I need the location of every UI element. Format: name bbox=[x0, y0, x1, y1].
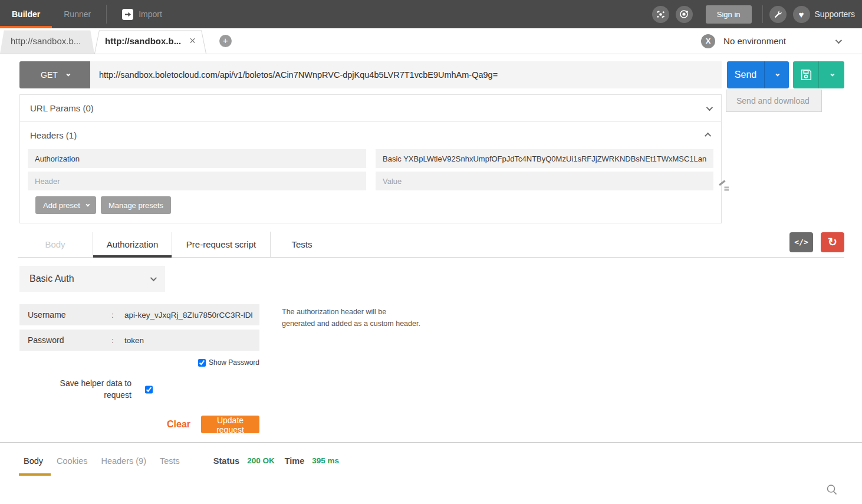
nav-runner-label: Runner bbox=[64, 9, 91, 19]
auth-helper-note: The authorization header will be generat… bbox=[259, 304, 420, 433]
header-value-input[interactable] bbox=[376, 172, 713, 190]
auth-fields: Username : Password : Show Password Save… bbox=[19, 304, 259, 433]
password-label: Password bbox=[19, 335, 111, 345]
chevron-down-icon bbox=[66, 72, 70, 76]
nav-tab-import[interactable]: Import bbox=[110, 0, 174, 28]
response-tab-body[interactable]: Body bbox=[24, 456, 43, 466]
nav-tab-runner[interactable]: Runner bbox=[52, 0, 103, 28]
editor-tab-icons: </> ↻ bbox=[789, 232, 844, 257]
nav-left: Builder Runner Import bbox=[0, 0, 174, 28]
username-row: Username : bbox=[19, 304, 259, 325]
clear-link[interactable]: Clear bbox=[167, 419, 190, 430]
floppy-disk-icon bbox=[800, 68, 812, 81]
request-editor-card: URL Params (0) Headers (1) Add preset Ma… bbox=[19, 94, 722, 223]
search-icon[interactable] bbox=[825, 483, 838, 499]
auth-actions: Clear Update request bbox=[167, 416, 259, 433]
save-helper-label: Save helper data to request bbox=[37, 377, 131, 401]
save-helper-row: Save helper data to request bbox=[19, 377, 259, 401]
save-split-button bbox=[793, 61, 844, 88]
supporters-link[interactable]: Supporters bbox=[815, 9, 855, 19]
tab-body[interactable]: Body bbox=[18, 232, 93, 257]
heart-icon[interactable]: ♥ bbox=[793, 6, 810, 23]
environment-selector[interactable]: X No environment bbox=[701, 28, 862, 54]
time-value: 395 ms bbox=[312, 456, 339, 465]
add-preset-button[interactable]: Add preset bbox=[35, 196, 96, 214]
request-tab-2[interactable]: http://sandbox.b... × bbox=[94, 28, 206, 54]
nav-import-label: Import bbox=[139, 9, 162, 19]
nav-tab-builder[interactable]: Builder bbox=[0, 0, 52, 28]
bulk-edit-icon[interactable] bbox=[718, 180, 731, 195]
generate-code-icon[interactable]: </> bbox=[789, 232, 813, 252]
tab-tests[interactable]: Tests bbox=[270, 232, 333, 257]
header-key-input[interactable] bbox=[28, 172, 366, 190]
request-tab-1[interactable]: http://sandbox.b... bbox=[0, 28, 94, 54]
chevron-down-icon[interactable] bbox=[835, 37, 842, 43]
response-tab-tests[interactable]: Tests bbox=[160, 456, 180, 466]
status-label: Status bbox=[213, 456, 239, 466]
manage-presets-button[interactable]: Manage presets bbox=[101, 196, 171, 214]
refresh-icon[interactable]: ↻ bbox=[821, 232, 844, 252]
password-field[interactable] bbox=[124, 336, 259, 345]
password-row: Password : bbox=[19, 330, 259, 351]
url-params-section-header[interactable]: URL Params (0) bbox=[20, 95, 721, 121]
nav-divider bbox=[106, 5, 107, 24]
time-label: Time bbox=[285, 456, 305, 466]
editor-tabs: Body Authorization Pre-request script Te… bbox=[18, 232, 844, 258]
send-button[interactable]: Send bbox=[727, 61, 764, 88]
header-row bbox=[28, 149, 713, 168]
response-tab-cookies[interactable]: Cookies bbox=[57, 456, 87, 466]
authorization-panel: Basic Auth Username : Password : Show Pa… bbox=[0, 266, 862, 433]
send-options-button[interactable] bbox=[764, 61, 789, 88]
show-password-label: Show Password bbox=[209, 358, 259, 367]
show-password-checkbox[interactable] bbox=[198, 359, 206, 367]
tab-pre-request-script[interactable]: Pre-request script bbox=[172, 232, 270, 257]
show-password-row: Show Password bbox=[19, 358, 259, 367]
interceptor-icon[interactable] bbox=[676, 6, 693, 23]
chevron-down-icon bbox=[85, 202, 90, 206]
headers-section-header[interactable]: Headers (1) bbox=[20, 121, 721, 148]
proxy-icon[interactable] bbox=[652, 6, 669, 23]
import-icon bbox=[122, 9, 133, 20]
update-request-button[interactable]: Update request bbox=[201, 416, 259, 433]
chevron-down-icon bbox=[775, 72, 779, 76]
chevron-down-icon[interactable] bbox=[706, 104, 713, 110]
chevron-down-icon bbox=[150, 275, 157, 281]
save-options-button[interactable] bbox=[818, 61, 844, 88]
chevron-down-icon bbox=[830, 72, 834, 76]
url-params-title: URL Params (0) bbox=[30, 103, 94, 113]
response-bar: Body Cookies Headers (9) Tests Status 20… bbox=[0, 442, 862, 479]
header-row-empty bbox=[28, 172, 713, 190]
save-helper-checkbox[interactable] bbox=[145, 378, 153, 401]
headers-title: Headers (1) bbox=[30, 130, 77, 140]
new-tab-button[interactable]: + bbox=[219, 35, 232, 47]
status-badge: 200 OK bbox=[247, 456, 275, 465]
send-split-button: Send bbox=[727, 61, 789, 88]
app-window: Builder Runner Import bbox=[0, 0, 862, 504]
wrench-icon[interactable] bbox=[769, 6, 787, 23]
method-select[interactable]: GET bbox=[19, 61, 90, 88]
preset-buttons: Add preset Manage presets bbox=[35, 196, 713, 214]
close-tab-icon[interactable]: × bbox=[189, 35, 196, 47]
response-status: Status 200 OK Time 395 ms bbox=[213, 456, 339, 466]
request-tab-bar: http://sandbox.b... http://sandbox.b... … bbox=[0, 28, 862, 54]
send-and-download-menu-item[interactable]: Send and download bbox=[726, 90, 822, 112]
nav-builder-label: Builder bbox=[12, 9, 40, 19]
environment-quicklook-icon[interactable]: X bbox=[701, 34, 715, 48]
username-label: Username bbox=[19, 310, 111, 319]
request-tab-1-label: http://sandbox.b... bbox=[11, 36, 81, 46]
response-tab-headers[interactable]: Headers (9) bbox=[101, 456, 146, 466]
request-tab-2-label: http://sandbox.b... bbox=[105, 36, 181, 46]
headers-editor: Add preset Manage presets bbox=[20, 148, 721, 214]
chevron-up-icon[interactable] bbox=[705, 133, 711, 139]
tab-authorization[interactable]: Authorization bbox=[93, 232, 172, 257]
nav-right: Sign in ♥ Supporters bbox=[646, 0, 862, 28]
header-key-input[interactable] bbox=[28, 149, 366, 168]
auth-type-select[interactable]: Basic Auth bbox=[19, 266, 165, 292]
header-value-input[interactable] bbox=[376, 149, 713, 168]
sign-in-button[interactable]: Sign in bbox=[706, 5, 752, 24]
username-field[interactable] bbox=[124, 311, 259, 319]
save-button[interactable] bbox=[793, 61, 818, 88]
method-label: GET bbox=[41, 70, 58, 80]
url-input[interactable] bbox=[90, 61, 722, 88]
environment-label: No environment bbox=[723, 36, 786, 46]
